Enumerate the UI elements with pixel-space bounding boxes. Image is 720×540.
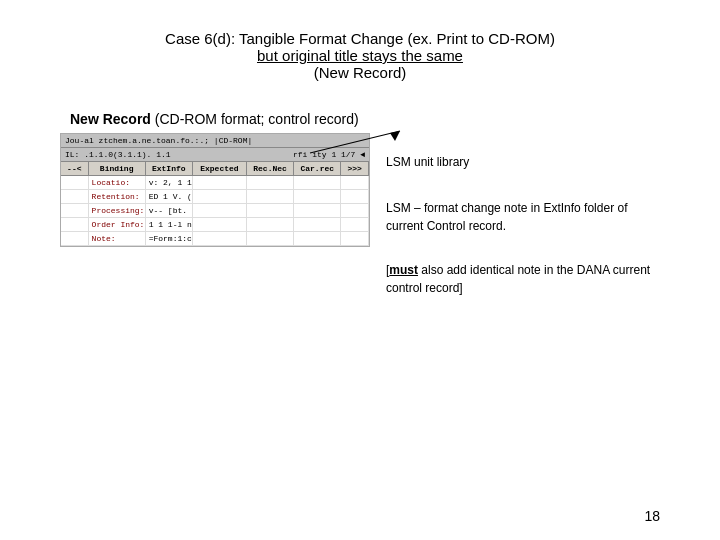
cell-label: Retention: <box>89 190 146 203</box>
col-carrec: Car.rec <box>294 162 341 175</box>
cell-label: Processing: <box>89 204 146 217</box>
cell-recnec <box>247 190 294 203</box>
cell-nav <box>61 176 89 189</box>
ss-row2-left: IL: .1.1.0(3.1.1). 1.1 <box>65 150 171 159</box>
table-row: Order Info: 1 1 1-l nd!. Y/=:' v (2 1ss; <box>61 218 369 232</box>
cell-expected <box>193 190 247 203</box>
table-row: Processing: v-- [bt. ;- <box>61 204 369 218</box>
cell-expected <box>193 232 247 245</box>
cell-recnec <box>247 176 294 189</box>
cell-nav <box>61 218 89 231</box>
cell-expected <box>193 204 247 217</box>
cell-recnec <box>247 204 294 217</box>
col-expected: Expected <box>193 162 247 175</box>
col-arrow: >>> <box>341 162 369 175</box>
ss-data-rows: Locatio: v: 2, 1 1 1, Retention: ED 1 V.… <box>61 176 369 246</box>
cell-extinfo: =Form:1:chang:od 'fom crint aftr.v: 8 no… <box>146 232 193 245</box>
dana-note-text: also add identical note in the DANA curr… <box>386 263 650 295</box>
ss-table-header: --< Binding ExtInfo Expected Rec.Nec Car… <box>61 162 369 176</box>
page-container: Case 6(d): Tangible Format Change (ex. P… <box>0 0 720 540</box>
cell-nav <box>61 232 89 245</box>
page-number: 18 <box>644 508 660 524</box>
cell-arrow <box>341 204 369 217</box>
cell-label: Locatio: <box>89 176 146 189</box>
title-line3: (New Record) <box>60 64 660 81</box>
col-binding: Binding <box>89 162 146 175</box>
col-recnec: Rec.Nec <box>247 162 294 175</box>
cell-carrec <box>294 232 341 245</box>
cell-carrec <box>294 218 341 231</box>
cell-carrec <box>294 176 341 189</box>
content-area: Jou-al ztchem.a.ne.toan.fo.:.; |CD-ROM| … <box>60 133 660 297</box>
cell-arrow <box>341 232 369 245</box>
table-row: Locatio: v: 2, 1 1 1, <box>61 176 369 190</box>
cell-extinfo: ED 1 V. (4 loc.) <box>146 190 193 203</box>
cell-carrec <box>294 190 341 203</box>
cell-carrec <box>294 204 341 217</box>
cell-arrow <box>341 218 369 231</box>
title-section: Case 6(d): Tangible Format Change (ex. P… <box>60 30 660 81</box>
title-line1: Case 6(d): Tangible Format Change (ex. P… <box>60 30 660 47</box>
cell-expected <box>193 176 247 189</box>
table-row: Note: =Form:1:chang:od 'fom crint aftr.v… <box>61 232 369 246</box>
svg-line-0 <box>310 131 400 153</box>
title-line2: but original title stays the same <box>60 47 660 64</box>
col-extinfo: ExtInfo <box>146 162 193 175</box>
dana-note: [must also add identical note in the DAN… <box>386 261 660 297</box>
cell-recnec <box>247 232 294 245</box>
cell-extinfo: v-- [bt. ;- <box>146 204 193 217</box>
cell-extinfo: 1 1 1-l nd!. Y/=:' v (2 1ss; <box>146 218 193 231</box>
cell-extinfo: v: 2, 1 1 1, <box>146 176 193 189</box>
table-row: Retention: ED 1 V. (4 loc.) <box>61 190 369 204</box>
cell-recnec <box>247 218 294 231</box>
lsm-unit-library-label: LSM unit library <box>386 155 660 169</box>
must-label: must <box>389 263 418 277</box>
screenshot-wrapper: Jou-al ztchem.a.ne.toan.fo.:.; |CD-ROM| … <box>60 133 370 247</box>
cell-nav <box>61 204 89 217</box>
cell-expected <box>193 218 247 231</box>
right-column: LSM unit library LSM – format change not… <box>386 133 660 297</box>
col-nav: --< <box>61 162 89 175</box>
cell-arrow <box>341 190 369 203</box>
cell-nav <box>61 190 89 203</box>
cell-arrow <box>341 176 369 189</box>
cell-label: Order Info: <box>89 218 146 231</box>
lsm-note: LSM – format change note in ExtInfo fold… <box>386 199 660 235</box>
cell-label: Note: <box>89 232 146 245</box>
arrow-to-lsm-icon <box>300 123 420 163</box>
